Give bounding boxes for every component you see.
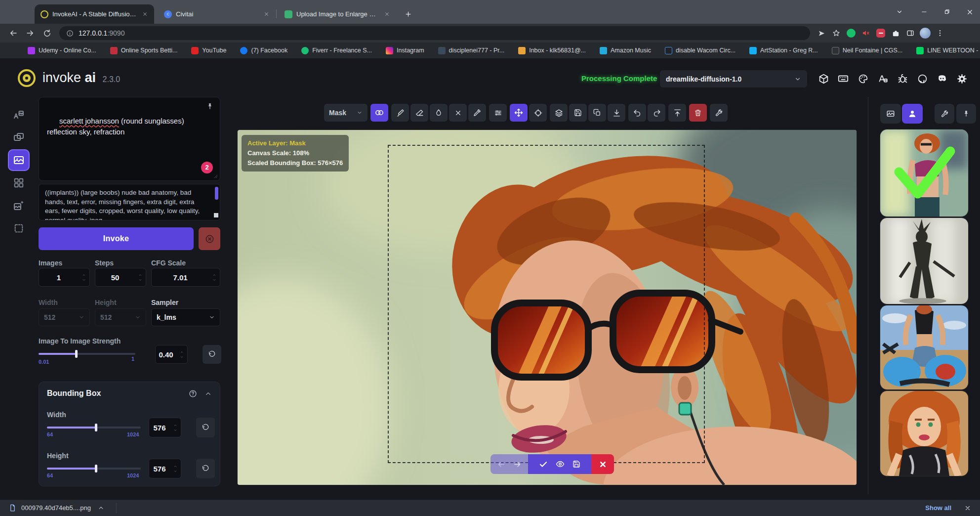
erase-bounding-box-button[interactable]	[449, 104, 467, 122]
strength-value-field[interactable]: 0.40	[155, 345, 188, 364]
window-close-button[interactable]	[962, 6, 977, 18]
gallery-images-button[interactable]	[880, 104, 901, 124]
bookmark-item[interactable]: Neil Fontaine | CGS...	[832, 47, 902, 54]
address-bar[interactable]: 127.0.0.1:9090	[59, 26, 810, 40]
bbox-width-field[interactable]: 576	[149, 418, 181, 437]
settings-button[interactable]	[953, 70, 970, 87]
grammarly-extension-icon[interactable]	[844, 26, 858, 41]
bookmark-item[interactable]: Inbox - klk56831@...	[518, 47, 586, 54]
site-info-icon[interactable]	[66, 30, 74, 37]
strength-slider-handle[interactable]	[75, 350, 78, 358]
report-bug-button[interactable]	[894, 70, 911, 87]
cancel-button[interactable]	[199, 227, 220, 250]
merge-visible-button[interactable]	[550, 104, 568, 122]
bookmark-item[interactable]: Instagram	[386, 47, 424, 54]
hotkeys-button[interactable]	[835, 70, 852, 87]
gallery-thumbnail[interactable]	[880, 305, 968, 389]
brush-tool-button[interactable]	[391, 104, 409, 122]
tab-search-chevron-button[interactable]	[892, 6, 907, 18]
tab-unified-canvas[interactable]	[8, 149, 30, 171]
tab-nodes[interactable]	[8, 172, 30, 194]
pin-gallery-button[interactable]	[956, 104, 976, 124]
staging-toggle-visibility-button[interactable]	[556, 460, 565, 469]
tab-invokeai[interactable]: InvokeAI - A Stable Diffusion Too	[35, 4, 154, 24]
extensions-puzzle-button[interactable]	[888, 26, 903, 41]
invoke-button[interactable]: Invoke	[39, 227, 194, 250]
tab-text-to-image[interactable]	[8, 104, 30, 126]
cfg-stepper[interactable]	[209, 268, 220, 286]
images-field[interactable]: 1	[39, 268, 90, 287]
sampler-select[interactable]: k_lms	[151, 308, 220, 326]
negative-prompt-input[interactable]: ((implants)) (large boobs) nude bad anat…	[39, 184, 220, 220]
collapse-chevron-icon[interactable]	[204, 390, 212, 397]
adblock-extension-icon[interactable]	[873, 26, 888, 41]
strength-slider[interactable]	[39, 353, 135, 355]
bookmark-item[interactable]: disciplenei777 - Pr...	[438, 47, 505, 54]
canvas-stage[interactable]: Active Layer: Mask Canvas Scale: 108% Sc…	[238, 130, 857, 485]
github-button[interactable]	[914, 70, 931, 87]
bbox-width-slider-handle[interactable]	[95, 424, 97, 431]
bookmark-item[interactable]: Udemy - Online Co...	[28, 47, 96, 54]
browser-menu-button[interactable]	[933, 26, 947, 41]
bookmark-item[interactable]: YouTube	[191, 47, 226, 54]
download-image-button[interactable]	[608, 104, 625, 122]
bbox-height-slider-handle[interactable]	[95, 465, 97, 473]
sidebar-button[interactable]	[903, 26, 918, 41]
layer-select[interactable]: Mask	[324, 104, 368, 122]
prompt-resize-handle[interactable]	[213, 173, 218, 178]
undo-button[interactable]	[628, 104, 646, 122]
steps-field[interactable]: 50	[95, 268, 146, 287]
tab-civitai[interactable]: Civitai	[158, 4, 276, 24]
back-button[interactable]	[6, 26, 21, 41]
bookmark-item[interactable]: LINE WEBTOON - G...	[916, 47, 980, 54]
images-stepper[interactable]	[79, 268, 89, 286]
height-select[interactable]: 512	[95, 308, 146, 326]
theme-button[interactable]	[855, 70, 871, 87]
mask-toggle-button[interactable]	[370, 104, 388, 122]
bbox-width-reset-button[interactable]	[196, 418, 215, 437]
upload-button[interactable]	[668, 104, 686, 122]
bbox-width-slider[interactable]	[47, 427, 141, 429]
copy-to-clipboard-button[interactable]	[588, 104, 606, 122]
staging-save-button[interactable]	[572, 460, 580, 468]
redo-button[interactable]	[648, 104, 665, 122]
model-select[interactable]: dreamlike-diffusion-1.0	[660, 70, 807, 87]
staging-next-button[interactable]	[513, 460, 522, 469]
discord-button[interactable]	[934, 70, 950, 87]
bookmark-item[interactable]: Amazon Music	[600, 47, 651, 54]
fill-bounding-box-button[interactable]	[430, 104, 448, 122]
download-bar-close-button[interactable]	[964, 505, 971, 512]
tab-training[interactable]	[8, 217, 30, 239]
bookmark-item[interactable]: (7) Facebook	[240, 47, 287, 54]
prompt-pin-icon[interactable]	[206, 102, 214, 110]
strength-stepper[interactable]	[176, 345, 187, 363]
reload-button[interactable]	[40, 26, 54, 41]
negative-prompt-resize-handle[interactable]	[214, 213, 218, 217]
clear-canvas-button[interactable]	[689, 104, 707, 122]
steps-stepper[interactable]	[135, 268, 146, 286]
profile-avatar[interactable]	[918, 26, 933, 41]
bookmark-item[interactable]: Online Sports Betti...	[110, 47, 178, 54]
move-tool-button[interactable]	[510, 104, 528, 122]
new-tab-button[interactable]	[401, 8, 415, 20]
tab-close-icon[interactable]	[382, 10, 391, 19]
bookmark-item[interactable]: Fiverr - Freelance S...	[301, 47, 372, 54]
bbox-height-slider[interactable]	[47, 468, 141, 470]
bookmark-item[interactable]: ArtStation - Greg R...	[749, 47, 818, 54]
staging-accept-button[interactable]	[539, 460, 548, 469]
eraser-tool-button[interactable]	[410, 104, 428, 122]
color-picker-button[interactable]	[468, 104, 486, 122]
help-icon[interactable]	[189, 389, 197, 398]
prompt-input[interactable]: scarlett johansson (round sunglasses) re…	[39, 97, 220, 181]
tab-image-to-image[interactable]	[8, 127, 30, 148]
bookmark-item[interactable]: disable Wacom Circ...	[665, 47, 735, 54]
tab-close-icon[interactable]	[262, 10, 271, 19]
strength-reset-button[interactable]	[203, 345, 221, 364]
tab-upload-image[interactable]: Upload Image to Enlarge & Enla	[279, 4, 396, 24]
reset-view-button[interactable]	[529, 104, 547, 122]
download-filename[interactable]: 000979.40d74eb5....png	[21, 504, 91, 512]
language-button[interactable]	[874, 70, 891, 87]
bbox-height-reset-button[interactable]	[196, 459, 215, 478]
gallery-portraits-button[interactable]	[902, 104, 923, 124]
bbox-height-stepper[interactable]	[170, 459, 181, 478]
